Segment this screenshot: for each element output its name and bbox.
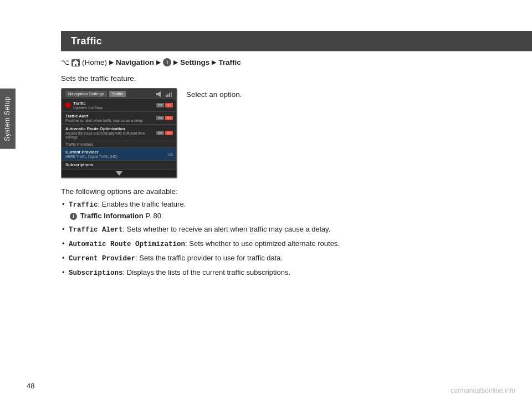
alert-toggle-on: On bbox=[165, 116, 173, 120]
breadcrumb: ⌥ (Home) ▶ Navigation ▶ i ▶ Settings ▶ T… bbox=[61, 58, 515, 66]
speaker-icon bbox=[156, 91, 163, 97]
svg-marker-2 bbox=[158, 91, 161, 97]
traffic-row-subtitle: Updated Just Now bbox=[73, 106, 103, 110]
option-term-alert: Traffic Alert bbox=[69, 226, 123, 234]
info-icon-inline: i bbox=[70, 213, 77, 220]
screen-provider-row: Current Provider HERE Traffic, Digital T… bbox=[62, 148, 176, 161]
provider-value: US bbox=[167, 152, 173, 156]
option-term-subscriptions: Subscriptions bbox=[69, 269, 123, 277]
svg-marker-0 bbox=[72, 60, 79, 66]
breadcrumb-arrow-3: ▶ bbox=[173, 59, 178, 66]
main-content: ⌥ (Home) ▶ Navigation ▶ i ▶ Settings ▶ T… bbox=[61, 58, 515, 378]
list-item: Current Provider: Sets the traffic provi… bbox=[61, 253, 515, 264]
provider-row-subtitle: HERE Traffic, Digital Traffic (HD) bbox=[65, 155, 117, 158]
screen-subscriptions-row: Subscriptions bbox=[62, 161, 176, 170]
traffic-row-title: Traffic bbox=[73, 101, 103, 106]
screen-tab-traffic: Traffic bbox=[109, 91, 126, 97]
screen-status-icons bbox=[156, 91, 173, 97]
screen-mockup: Navigation Settings Traffic bbox=[61, 88, 177, 178]
breadcrumb-traffic: Traffic bbox=[218, 58, 241, 66]
select-option-text: Select an option. bbox=[186, 90, 242, 99]
traffic-row-text: Traffic Updated Just Now bbox=[73, 101, 103, 110]
list-item: Traffic Alert: Sets whether to receive a… bbox=[61, 224, 515, 235]
screen-top-bar: Navigation Settings Traffic bbox=[62, 89, 176, 99]
options-list: Traffic: Enables the traffic feature. i … bbox=[61, 199, 515, 278]
svg-rect-3 bbox=[166, 95, 167, 97]
option-term-aro: Automatic Route Optimization bbox=[69, 240, 185, 248]
screen-section-label: Traffic Providers bbox=[62, 141, 176, 148]
page-number: 48 bbox=[27, 382, 34, 390]
options-intro: The following options are available: bbox=[61, 187, 515, 196]
breadcrumb-settings: Settings bbox=[180, 58, 209, 66]
screen-alert-row: Traffic Alert Provides an alert when tra… bbox=[62, 112, 176, 125]
aro-row-text: Automatic Route Optimization Adjusts the… bbox=[65, 126, 156, 139]
traffic-row-icon bbox=[65, 102, 71, 108]
alert-row-title: Traffic Alert bbox=[65, 114, 143, 119]
svg-rect-6 bbox=[171, 92, 172, 97]
alert-row-subtitle: Provides an alert when traffic may cause… bbox=[65, 119, 143, 122]
list-item: Traffic: Enables the traffic feature. i … bbox=[61, 199, 515, 221]
alert-toggle: Off On bbox=[156, 116, 173, 120]
traffic-info-ref: Traffic Information bbox=[80, 212, 144, 220]
scroll-down-icon bbox=[116, 171, 122, 176]
screen-tab-nav: Navigation Settings bbox=[65, 91, 107, 97]
screen-traffic-left: Traffic Updated Just Now bbox=[65, 101, 103, 110]
subscriptions-row-text: Subscriptions bbox=[65, 162, 93, 167]
alert-toggle-off: Off bbox=[156, 116, 164, 120]
toggle-on-label: On bbox=[165, 103, 173, 107]
option-term-traffic: Traffic bbox=[69, 201, 98, 209]
svg-rect-4 bbox=[167, 94, 168, 97]
screen-alert-left: Traffic Alert Provides an alert when tra… bbox=[65, 114, 143, 122]
svg-rect-5 bbox=[169, 93, 170, 97]
breadcrumb-arrow-1: ▶ bbox=[109, 59, 114, 66]
option-term-provider: Current Provider bbox=[69, 255, 135, 263]
subscriptions-row-title: Subscriptions bbox=[65, 162, 93, 167]
page-title: Traffic bbox=[71, 35, 102, 47]
screen-aro-left: Automatic Route Optimization Adjusts the… bbox=[65, 126, 156, 139]
options-section: The following options are available: Tra… bbox=[61, 187, 515, 278]
mic-symbol: ⌥ bbox=[61, 58, 69, 66]
aro-row-title: Automatic Route Optimization bbox=[65, 126, 156, 131]
traffic-info-page: P. 80 bbox=[145, 212, 161, 220]
provider-row-text: Current Provider HERE Traffic, Digital T… bbox=[65, 150, 117, 158]
aro-toggle: Off On bbox=[156, 131, 173, 135]
sidebar-tab: System Setup bbox=[0, 89, 16, 149]
home-icon bbox=[71, 59, 80, 66]
breadcrumb-arrow-2: ▶ bbox=[156, 59, 161, 66]
screen-row: Navigation Settings Traffic bbox=[61, 88, 515, 178]
screen-top-bar-tabs: Navigation Settings Traffic bbox=[65, 91, 126, 97]
traffic-toggle: Off On bbox=[156, 103, 173, 107]
provider-row-title: Current Provider bbox=[65, 150, 117, 155]
screen-traffic-row: Traffic Updated Just Now Off On bbox=[62, 99, 176, 112]
aro-row-subtitle: Adjusts the route automatically with suf… bbox=[65, 131, 156, 139]
breadcrumb-navigation: Navigation bbox=[116, 58, 154, 66]
list-item: Subscriptions: Displays the lists of the… bbox=[61, 267, 515, 279]
list-item: Automatic Route Optimization: Sets wheth… bbox=[61, 238, 515, 250]
aro-toggle-off: Off bbox=[156, 131, 164, 135]
description-text: Sets the traffic feature. bbox=[61, 74, 515, 83]
alert-row-text: Traffic Alert Provides an alert when tra… bbox=[65, 114, 143, 122]
screen-aro-row: Automatic Route Optimization Adjusts the… bbox=[62, 125, 176, 141]
svg-rect-1 bbox=[156, 93, 158, 95]
svg-marker-7 bbox=[116, 171, 122, 176]
title-bar: Traffic bbox=[61, 31, 532, 51]
screen-bottom-nav bbox=[62, 170, 176, 177]
toggle-off-label: Off bbox=[156, 103, 164, 107]
home-icon-wrap: (Home) bbox=[71, 58, 107, 66]
info-icon: i bbox=[163, 58, 171, 66]
home-label: (Home) bbox=[82, 58, 107, 66]
breadcrumb-arrow-4: ▶ bbox=[212, 59, 216, 66]
watermark: carmanualsonline.info bbox=[451, 387, 515, 394]
sidebar-label: System Setup bbox=[3, 96, 11, 141]
title-bar-line bbox=[61, 51, 532, 52]
signal-icon bbox=[165, 91, 173, 97]
aro-toggle-on: On bbox=[165, 131, 173, 135]
